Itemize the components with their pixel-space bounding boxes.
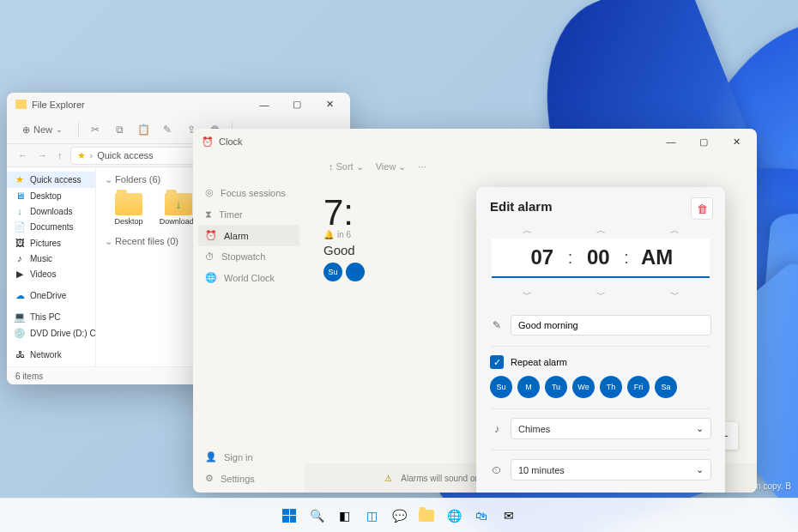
day-toggle-tu[interactable]: Tu: [545, 376, 567, 398]
minimize-button[interactable]: ―: [656, 131, 686, 152]
time-picker: 07 : 00 : AM: [492, 239, 710, 278]
ampm-field[interactable]: AM: [634, 244, 680, 271]
folder-item[interactable]: Desktop: [110, 193, 148, 226]
sidebar-onedrive[interactable]: ☁OneDrive: [7, 287, 95, 304]
nav-alarm[interactable]: ⏰Alarm: [198, 225, 299, 246]
snooze-icon: ⏲: [490, 464, 504, 476]
ampm-down-button[interactable]: ﹀: [650, 287, 700, 303]
folder-item[interactable]: Downloads: [160, 193, 197, 226]
clock-titlebar[interactable]: ⏰ Clock ― ▢ ✕: [193, 129, 757, 154]
day-toggle-fr[interactable]: Fri: [627, 376, 650, 398]
dialog-title: Edit alarm: [490, 199, 711, 214]
more-button[interactable]: ···: [418, 161, 426, 172]
sort-button[interactable]: ↕ Sort ⌄: [329, 161, 364, 172]
nav-stopwatch[interactable]: ⏱Stopwatch: [198, 246, 299, 267]
globe-icon: 🌐: [205, 272, 217, 283]
clock-nav: ◎Focus sessions ⧗Timer ⏰Alarm ⏱Stopwatch…: [193, 178, 305, 493]
forward-button[interactable]: →: [35, 148, 50, 163]
hour-field[interactable]: 07: [522, 244, 563, 271]
day-toggle-su[interactable]: Su: [490, 376, 512, 398]
sidebar-network[interactable]: 🖧Network: [7, 347, 95, 362]
sidebar-item-videos[interactable]: ▶Videos: [7, 266, 95, 282]
focus-icon: ◎: [205, 187, 214, 198]
up-button[interactable]: ↑: [55, 148, 65, 163]
clock-content: 7: 🔔 in 6 Good Su ✎ ＋ ⚠ Alarms will soun…: [305, 178, 757, 493]
person-icon: 👤: [205, 451, 217, 462]
warning-icon: ⚠: [384, 474, 392, 483]
edit-alarm-dialog: Edit alarm 🗑 ︿ ︿ ︿ 07 : 00 : AM ﹀ ﹀: [476, 187, 725, 493]
taskbar-widgets[interactable]: ◫: [360, 505, 383, 527]
nav-focus-sessions[interactable]: ◎Focus sessions: [198, 182, 299, 203]
sidebar-this-pc[interactable]: 💻This PC: [7, 309, 95, 325]
taskbar-edge[interactable]: 🌐: [443, 505, 465, 527]
sidebar-item-music[interactable]: ♪Music: [7, 251, 95, 266]
hour-down-button[interactable]: ﹀: [502, 287, 553, 303]
clock-icon: ⏰: [202, 136, 214, 148]
day-selector: Su M Tu We Th Fri Sa: [490, 376, 711, 398]
chevron-down-icon: ⌄: [696, 423, 704, 434]
timer-icon: ⧗: [205, 209, 212, 220]
taskbar: 🔍 ◧ ◫ 💬 🌐 🛍 ✉: [0, 498, 798, 532]
file-explorer-titlebar[interactable]: File Explorer ― ▢ ✕: [7, 93, 350, 117]
repeat-checkbox[interactable]: ✓: [490, 355, 504, 369]
day-toggle-sa[interactable]: Sa: [655, 376, 677, 398]
chevron-down-icon: ⌄: [696, 464, 704, 475]
snooze-select[interactable]: 10 minutes⌄: [511, 459, 711, 481]
taskbar-store[interactable]: 🛍: [470, 505, 493, 527]
sidebar-item-documents[interactable]: 📄Documents: [7, 219, 95, 235]
sound-icon: ♪: [490, 423, 504, 435]
window-title: Clock: [219, 136, 243, 147]
star-icon: ★: [77, 150, 86, 161]
folder-icon: [15, 100, 27, 109]
clock-window: ⏰ Clock ― ▢ ✕ ↕ Sort ⌄ View ⌄ ··· ◎Focus…: [193, 129, 757, 493]
day-toggle-th[interactable]: Th: [600, 376, 622, 398]
minute-field[interactable]: 00: [577, 244, 619, 271]
minute-up-button[interactable]: ︿: [576, 222, 626, 239]
trash-icon: 🗑: [697, 203, 708, 215]
day-toggle-m[interactable]: M: [517, 376, 540, 398]
back-button[interactable]: ←: [15, 148, 30, 163]
sidebar-item-downloads[interactable]: ↓Downloads: [7, 203, 95, 219]
taskbar-explorer[interactable]: [415, 505, 438, 527]
close-button[interactable]: ✕: [721, 131, 752, 152]
new-button[interactable]: ⊕ New ⌄: [15, 122, 70, 138]
sidebar-dvd[interactable]: 💿DVD Drive (D:) CCCC: [7, 325, 95, 342]
nav-sign-in[interactable]: 👤Sign in: [198, 446, 299, 468]
close-button[interactable]: ✕: [314, 94, 345, 115]
sidebar-item-desktop[interactable]: 🖥Desktop: [7, 188, 95, 203]
ampm-up-button[interactable]: ︿: [650, 222, 700, 239]
sidebar-item-pictures[interactable]: 🖼Pictures: [7, 235, 95, 251]
gear-icon: ⚙: [205, 473, 214, 484]
delete-alarm-button[interactable]: 🗑: [691, 197, 713, 220]
nav-timer[interactable]: ⧗Timer: [198, 203, 299, 225]
repeat-label: Repeat alarm: [511, 357, 567, 367]
hour-up-button[interactable]: ︿: [502, 222, 553, 239]
day-toggle-we[interactable]: We: [572, 376, 595, 398]
nav-settings[interactable]: ⚙Settings: [198, 468, 299, 489]
maximize-button[interactable]: ▢: [281, 94, 312, 115]
taskbar-taskview[interactable]: ◧: [333, 505, 355, 527]
nav-world-clock[interactable]: 🌐World Clock: [198, 267, 299, 288]
window-title: File Explorer: [32, 100, 85, 110]
minimize-button[interactable]: ―: [249, 94, 280, 115]
minute-down-button[interactable]: ﹀: [576, 287, 626, 303]
rename-icon[interactable]: ✎: [160, 124, 175, 136]
maximize-button[interactable]: ▢: [688, 131, 719, 152]
breadcrumb: Quick access: [97, 150, 153, 160]
paste-icon[interactable]: 📋: [136, 124, 151, 136]
file-explorer-sidebar: ★Quick access 🖥Desktop ↓Downloads 📄Docum…: [7, 167, 96, 366]
view-button[interactable]: View ⌄: [376, 161, 407, 172]
label-icon: ✎: [490, 319, 504, 331]
stopwatch-icon: ⏱: [205, 251, 215, 262]
taskbar-mail[interactable]: ✉: [498, 505, 520, 527]
copy-icon[interactable]: ⧉: [112, 124, 127, 136]
alarm-icon: ⏰: [205, 230, 217, 241]
clock-toolbar: ↕ Sort ⌄ View ⌄ ···: [193, 154, 757, 178]
start-button[interactable]: [278, 505, 300, 527]
sound-select[interactable]: Chimes⌄: [511, 418, 711, 439]
alarm-name-input[interactable]: [511, 315, 711, 336]
cut-icon[interactable]: ✂: [88, 124, 103, 136]
sidebar-quick-access[interactable]: ★Quick access: [7, 172, 95, 188]
taskbar-chat[interactable]: 💬: [388, 505, 410, 527]
taskbar-search[interactable]: 🔍: [305, 505, 328, 527]
